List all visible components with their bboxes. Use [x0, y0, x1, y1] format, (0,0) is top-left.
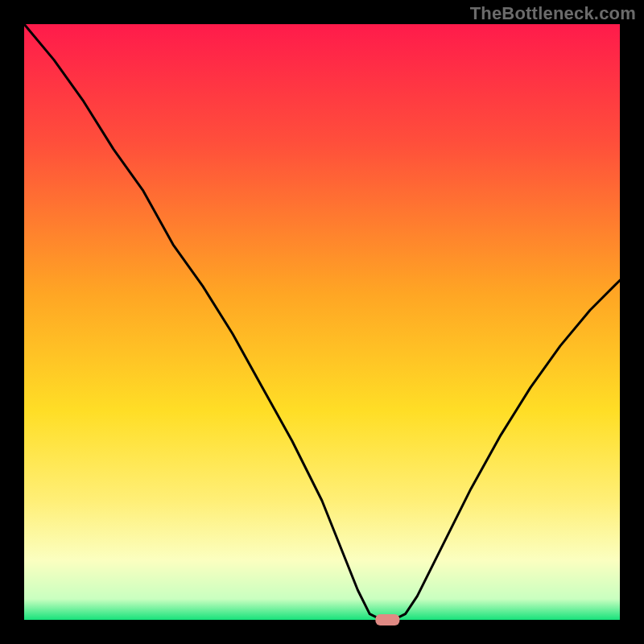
watermark-text: TheBottleneck.com	[470, 3, 636, 24]
optimal-point-marker	[375, 614, 399, 625]
bottleneck-chart	[0, 0, 644, 644]
chart-container: TheBottleneck.com	[0, 0, 644, 644]
chart-plot-area	[24, 24, 620, 620]
